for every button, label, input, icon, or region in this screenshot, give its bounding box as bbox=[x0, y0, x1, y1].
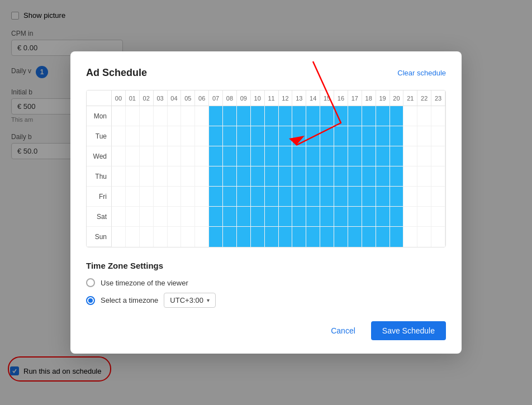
grid-cell-wed-16[interactable] bbox=[334, 146, 348, 166]
grid-cell-thu-12[interactable] bbox=[279, 166, 293, 187]
grid-cell-thu-11[interactable] bbox=[265, 166, 279, 187]
grid-cell-thu-19[interactable] bbox=[376, 166, 390, 187]
grid-cell-fri-19[interactable] bbox=[376, 187, 390, 207]
grid-cell-sun-02[interactable] bbox=[140, 227, 154, 247]
grid-cell-thu-06[interactable] bbox=[195, 166, 209, 187]
grid-cell-tue-04[interactable] bbox=[168, 126, 182, 146]
grid-cell-sun-19[interactable] bbox=[376, 227, 390, 247]
grid-cell-mon-20[interactable] bbox=[390, 106, 404, 126]
grid-cell-fri-11[interactable] bbox=[265, 187, 279, 207]
grid-cell-sun-03[interactable] bbox=[154, 227, 168, 247]
grid-cell-mon-16[interactable] bbox=[334, 106, 348, 126]
grid-cell-mon-10[interactable] bbox=[251, 106, 265, 126]
grid-cell-sat-04[interactable] bbox=[168, 207, 182, 227]
grid-cell-sun-21[interactable] bbox=[403, 227, 417, 247]
grid-cell-fri-23[interactable] bbox=[431, 187, 445, 207]
grid-cell-sat-21[interactable] bbox=[403, 207, 417, 227]
grid-cell-wed-17[interactable] bbox=[348, 146, 362, 166]
grid-cell-sun-00[interactable] bbox=[112, 227, 126, 247]
grid-cell-mon-23[interactable] bbox=[431, 106, 445, 126]
grid-cell-thu-16[interactable] bbox=[334, 166, 348, 187]
grid-cell-thu-22[interactable] bbox=[417, 166, 431, 187]
grid-cell-mon-22[interactable] bbox=[417, 106, 431, 126]
grid-cell-fri-14[interactable] bbox=[306, 187, 320, 207]
grid-cell-tue-19[interactable] bbox=[376, 126, 390, 146]
grid-cell-sun-01[interactable] bbox=[126, 227, 140, 247]
grid-cell-mon-01[interactable] bbox=[126, 106, 140, 126]
grid-cell-sat-07[interactable] bbox=[209, 207, 223, 227]
grid-cell-sun-22[interactable] bbox=[417, 227, 431, 247]
grid-cell-tue-06[interactable] bbox=[195, 126, 209, 146]
grid-cell-sat-16[interactable] bbox=[334, 207, 348, 227]
grid-cell-tue-16[interactable] bbox=[334, 126, 348, 146]
grid-cell-sat-10[interactable] bbox=[251, 207, 265, 227]
grid-cell-mon-02[interactable] bbox=[140, 106, 154, 126]
grid-cell-sat-00[interactable] bbox=[112, 207, 126, 227]
grid-cell-fri-21[interactable] bbox=[403, 187, 417, 207]
grid-cell-thu-23[interactable] bbox=[431, 166, 445, 187]
grid-cell-thu-04[interactable] bbox=[168, 166, 182, 187]
grid-cell-wed-14[interactable] bbox=[306, 146, 320, 166]
grid-cell-thu-17[interactable] bbox=[348, 166, 362, 187]
grid-cell-mon-14[interactable] bbox=[306, 106, 320, 126]
grid-cell-tue-14[interactable] bbox=[306, 126, 320, 146]
grid-cell-sat-22[interactable] bbox=[417, 207, 431, 227]
grid-cell-thu-20[interactable] bbox=[390, 166, 404, 187]
grid-cell-thu-05[interactable] bbox=[181, 166, 195, 187]
grid-cell-thu-07[interactable] bbox=[209, 166, 223, 187]
grid-cell-wed-23[interactable] bbox=[431, 146, 445, 166]
grid-cell-wed-19[interactable] bbox=[376, 146, 390, 166]
grid-cell-fri-00[interactable] bbox=[112, 187, 126, 207]
grid-cell-sat-14[interactable] bbox=[306, 207, 320, 227]
grid-cell-fri-05[interactable] bbox=[181, 187, 195, 207]
grid-cell-tue-13[interactable] bbox=[292, 126, 306, 146]
grid-cell-tue-12[interactable] bbox=[279, 126, 293, 146]
save-schedule-button[interactable]: Save Schedule bbox=[371, 321, 446, 340]
grid-cell-thu-15[interactable] bbox=[320, 166, 334, 187]
grid-cell-mon-19[interactable] bbox=[376, 106, 390, 126]
grid-cell-tue-17[interactable] bbox=[348, 126, 362, 146]
grid-cell-sun-20[interactable] bbox=[390, 227, 404, 247]
grid-cell-tue-23[interactable] bbox=[431, 126, 445, 146]
grid-cell-mon-09[interactable] bbox=[237, 106, 251, 126]
grid-cell-sun-18[interactable] bbox=[362, 227, 376, 247]
grid-cell-wed-08[interactable] bbox=[223, 146, 237, 166]
timezone-dropdown[interactable]: UTC+3:00 ▾ bbox=[164, 293, 216, 308]
grid-cell-mon-13[interactable] bbox=[292, 106, 306, 126]
grid-cell-fri-02[interactable] bbox=[140, 187, 154, 207]
grid-cell-mon-07[interactable] bbox=[209, 106, 223, 126]
grid-cell-sat-05[interactable] bbox=[181, 207, 195, 227]
grid-cell-wed-21[interactable] bbox=[403, 146, 417, 166]
grid-cell-mon-18[interactable] bbox=[362, 106, 376, 126]
grid-cell-thu-03[interactable] bbox=[154, 166, 168, 187]
grid-cell-sat-19[interactable] bbox=[376, 207, 390, 227]
grid-cell-sat-12[interactable] bbox=[279, 207, 293, 227]
grid-cell-fri-10[interactable] bbox=[251, 187, 265, 207]
grid-cell-wed-10[interactable] bbox=[251, 146, 265, 166]
grid-cell-mon-11[interactable] bbox=[265, 106, 279, 126]
grid-cell-mon-17[interactable] bbox=[348, 106, 362, 126]
grid-cell-thu-02[interactable] bbox=[140, 166, 154, 187]
grid-cell-sat-01[interactable] bbox=[126, 207, 140, 227]
grid-cell-fri-13[interactable] bbox=[292, 187, 306, 207]
grid-cell-sun-11[interactable] bbox=[265, 227, 279, 247]
grid-cell-tue-05[interactable] bbox=[181, 126, 195, 146]
grid-cell-sun-17[interactable] bbox=[348, 227, 362, 247]
grid-cell-thu-01[interactable] bbox=[126, 166, 140, 187]
grid-cell-fri-08[interactable] bbox=[223, 187, 237, 207]
grid-cell-thu-00[interactable] bbox=[112, 166, 126, 187]
grid-cell-tue-07[interactable] bbox=[209, 126, 223, 146]
grid-cell-sun-08[interactable] bbox=[223, 227, 237, 247]
grid-cell-mon-06[interactable] bbox=[195, 106, 209, 126]
grid-cell-mon-03[interactable] bbox=[154, 106, 168, 126]
grid-cell-tue-18[interactable] bbox=[362, 126, 376, 146]
grid-cell-wed-00[interactable] bbox=[112, 146, 126, 166]
grid-cell-sun-13[interactable] bbox=[292, 227, 306, 247]
grid-cell-sat-18[interactable] bbox=[362, 207, 376, 227]
grid-cell-tue-22[interactable] bbox=[417, 126, 431, 146]
grid-cell-tue-20[interactable] bbox=[390, 126, 404, 146]
grid-cell-tue-01[interactable] bbox=[126, 126, 140, 146]
grid-cell-sat-02[interactable] bbox=[140, 207, 154, 227]
grid-cell-fri-15[interactable] bbox=[320, 187, 334, 207]
grid-cell-wed-03[interactable] bbox=[154, 146, 168, 166]
